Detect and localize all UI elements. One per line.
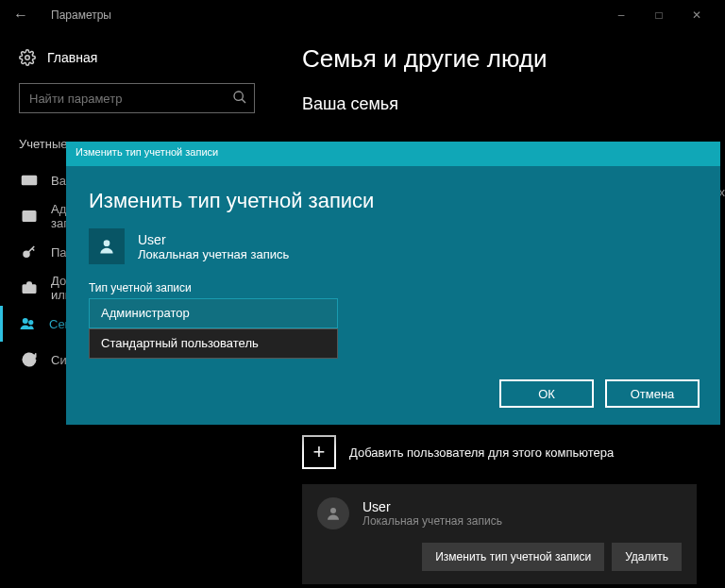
option-standard[interactable]: Стандартный пользователь — [89, 328, 338, 359]
svg-point-1 — [234, 92, 243, 100]
avatar — [317, 497, 349, 529]
search-icon — [232, 90, 247, 109]
people-icon — [19, 315, 36, 332]
dialog-user-name: User — [138, 232, 289, 247]
id-card-icon — [21, 172, 38, 189]
user-subtitle: Локальная учетная запись — [362, 514, 502, 528]
svg-point-0 — [25, 56, 30, 60]
close-button[interactable]: ✕ — [678, 8, 716, 22]
remove-user-button[interactable]: Удалить — [612, 543, 682, 571]
ok-button[interactable]: ОК — [499, 379, 594, 408]
avatar — [89, 228, 125, 264]
svg-line-2 — [242, 99, 245, 103]
sync-icon — [21, 351, 38, 368]
sidebar-home[interactable]: Главная — [19, 49, 264, 66]
dialog-titlebar: Изменить тип учетной записи — [66, 142, 720, 166]
plus-icon: + — [302, 435, 336, 469]
account-type-dialog: Изменить тип учетной записи Изменить тип… — [66, 142, 720, 425]
dialog-heading: Изменить тип учетной записи — [89, 189, 698, 213]
svg-line-10 — [32, 248, 34, 250]
svg-point-15 — [104, 240, 110, 246]
minimize-button[interactable]: – — [602, 8, 640, 22]
key-icon — [21, 244, 38, 260]
sidebar-home-label: Главная — [47, 50, 97, 65]
search-input[interactable] — [19, 83, 255, 113]
svg-point-13 — [29, 321, 33, 325]
mail-icon — [21, 208, 38, 225]
back-button[interactable]: ← — [9, 7, 32, 24]
person-icon — [97, 237, 116, 256]
add-user-label: Добавить пользователя для этого компьюте… — [349, 445, 614, 460]
user-name: User — [362, 499, 502, 514]
user-card: User Локальная учетная запись Изменить т… — [302, 484, 697, 584]
dialog-user: User Локальная учетная запись — [89, 228, 698, 264]
window-titlebar: ← Параметры – □ ✕ — [0, 0, 725, 30]
maximize-button[interactable]: □ — [640, 8, 678, 22]
gear-icon — [19, 49, 36, 66]
window-title: Параметры — [51, 8, 111, 22]
account-type-select[interactable]: Администратор Стандартный пользователь — [89, 298, 338, 359]
option-administrator[interactable]: Администратор — [89, 298, 338, 328]
add-user-row[interactable]: + Добавить пользователя для этого компью… — [302, 435, 697, 469]
change-account-type-button[interactable]: Изменить тип учетной записи — [422, 543, 604, 571]
svg-point-12 — [24, 319, 28, 324]
svg-rect-11 — [23, 285, 36, 293]
section-family: Ваша семья — [302, 94, 697, 114]
briefcase-icon — [21, 279, 38, 296]
svg-point-4 — [25, 179, 28, 182]
dialog-user-sub: Локальная учетная запись — [138, 247, 289, 261]
cancel-button[interactable]: Отмена — [605, 379, 700, 408]
account-type-label: Тип учетной записи — [89, 281, 698, 294]
svg-point-14 — [330, 508, 336, 513]
search-box[interactable] — [19, 83, 264, 113]
person-icon — [325, 505, 342, 522]
page-heading: Семья и другие люди — [302, 44, 697, 74]
